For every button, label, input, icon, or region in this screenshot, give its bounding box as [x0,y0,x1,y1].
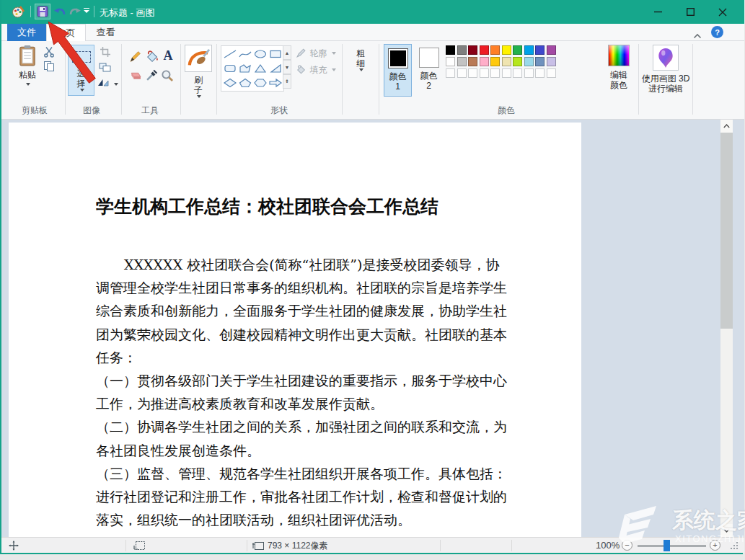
scrollbar-thumb[interactable] [720,133,733,329]
document-line: 工作，为推进高校素质教育和改革发展作贡献。 [96,392,507,415]
tab-file[interactable]: 文件 [7,24,46,41]
palette-swatch-empty[interactable] [490,68,500,78]
shape-right-triangle-icon[interactable] [268,61,283,76]
palette-swatch[interactable] [457,45,467,55]
palette-swatch[interactable] [490,57,500,66]
shape-diamond-icon[interactable] [222,76,237,90]
status-bar: 793 × 1122像素 100% − + [1,537,744,553]
zoom-slider-thumb[interactable] [664,540,670,551]
palette-swatch[interactable] [446,45,455,55]
shape-oval-icon[interactable] [252,47,268,61]
edit-colors-label: 编辑颜色 [609,70,629,90]
undo-button[interactable] [53,6,66,20]
palette-swatch[interactable] [547,57,556,66]
palette-swatch[interactable] [468,57,477,66]
qat-customize-dropdown[interactable] [83,8,90,13]
selection-rectangle-icon [72,51,91,63]
redo-button[interactable] [69,6,81,20]
title-bar: 无标题 - 画图 [1,0,744,24]
palette-swatch-empty[interactable] [502,68,511,78]
zoom-out-button[interactable]: − [622,540,632,551]
scroll-down-button[interactable] [720,524,733,537]
shape-polygon-icon[interactable] [237,61,252,76]
minimize-button[interactable] [642,0,674,24]
palette-swatch-empty[interactable] [524,68,534,78]
palette-swatch-empty[interactable] [468,68,477,78]
help-button[interactable]: ? [711,26,723,38]
paint3d-button[interactable]: 使用画图 3D 进行编辑 [642,45,689,94]
zoom-in-button[interactable]: + [710,540,720,551]
collapse-ribbon-button[interactable] [693,29,702,42]
resize-button[interactable] [99,62,111,75]
scroll-up-button[interactable] [720,120,733,133]
fill-tool[interactable] [145,50,159,66]
maximize-button[interactable] [674,0,706,24]
shape-line-icon[interactable] [222,47,237,61]
color1-swatch [388,48,408,68]
color2-button[interactable]: 颜色 2 [415,44,443,97]
shape-triangle-icon[interactable] [252,61,268,76]
palette-swatch[interactable] [513,57,522,66]
shapes-scroll-down-button[interactable]: ▼ [283,60,291,74]
palette-swatch-empty[interactable] [480,68,489,78]
palette-swatch[interactable] [513,45,522,55]
shape-arrow-right-icon[interactable] [268,76,283,90]
palette-swatch-empty[interactable] [535,68,545,78]
select-button[interactable]: 选择 [68,45,94,96]
palette-swatch[interactable] [480,45,489,55]
tab-home[interactable]: 主页 [46,24,86,41]
paste-button[interactable]: 粘贴 [12,45,43,86]
edit-colors-button[interactable]: 编辑颜色 [604,45,633,90]
shape-curve-icon[interactable] [237,47,252,61]
color-picker-tool[interactable] [146,69,158,84]
palette-swatch-empty[interactable] [513,68,522,78]
zoom-slider-track[interactable] [638,545,706,547]
eraser-tool[interactable] [128,70,141,84]
shape-hexagon-icon[interactable] [252,76,268,90]
select-dropdown-caret [80,89,84,92]
shape-rounded-rectangle-icon[interactable] [222,61,237,76]
color2-swatch [419,48,439,68]
document-line: 任务： [96,346,507,369]
shape-pentagon-icon[interactable] [237,76,252,90]
rotate-button[interactable] [97,77,118,90]
palette-swatch[interactable] [490,45,500,55]
palette-swatch[interactable] [446,57,455,66]
shapes-scroll-up-button[interactable]: ▲ [283,45,291,60]
pencil-tool[interactable] [128,50,142,66]
palette-swatch[interactable] [547,45,556,55]
palette-swatch-empty[interactable] [446,68,455,78]
palette-swatch[interactable] [502,45,511,55]
palette-swatch-empty[interactable] [547,68,556,78]
shape-fill-button[interactable]: 填充 [296,64,336,78]
drawing-canvas-page[interactable]: 学生机构工作总结：校社团联合会工作总结 XXXXXX 校社团联合会(简称“社团联… [9,123,581,537]
palette-swatch[interactable] [535,45,545,55]
cut-button[interactable] [43,46,55,61]
crop-button[interactable] [100,47,110,60]
palette-swatch[interactable] [468,45,477,55]
brushes-button[interactable]: 刷子 [183,45,213,98]
shapes-expand-button[interactable]: ⇟ [283,74,291,89]
close-button[interactable] [707,0,739,24]
paint3d-icon-frame [653,45,679,71]
ribbon: 粘贴 剪贴板 选择 [1,41,744,120]
tab-view[interactable]: 查看 [86,24,125,41]
palette-swatch[interactable] [524,57,534,66]
size-button[interactable]: 粗细 [346,45,375,71]
save-button[interactable] [35,4,50,19]
magnifier-tool[interactable] [161,69,174,85]
resize-grip[interactable] [730,541,739,552]
palette-swatch[interactable] [502,57,511,66]
palette-swatch[interactable] [524,45,534,55]
palette-swatch-empty[interactable] [457,68,467,78]
color1-button[interactable]: 颜色 1 [384,44,412,97]
magnifier-icon [161,69,174,82]
shape-outline-button[interactable]: 轮廓 [296,48,336,61]
palette-swatch[interactable] [535,57,545,66]
copy-button[interactable] [43,61,55,75]
shape-rectangle-icon[interactable] [268,47,283,61]
text-tool[interactable]: A [162,48,175,63]
vertical-scrollbar[interactable] [720,120,733,537]
palette-swatch[interactable] [480,57,489,66]
palette-swatch[interactable] [457,57,467,66]
